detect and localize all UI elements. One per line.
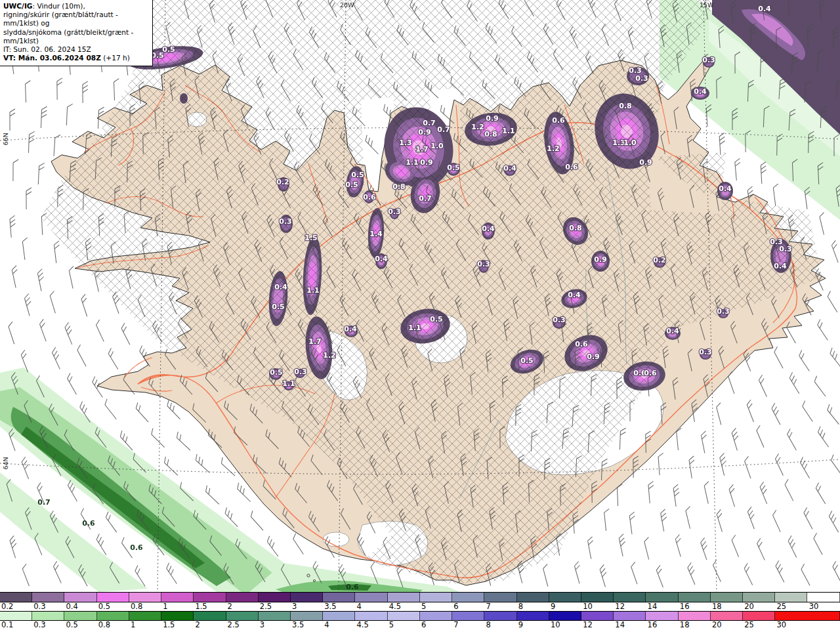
island <box>313 579 315 581</box>
sleet-scale-segment <box>484 593 516 602</box>
precip-value-label: 1.4 <box>369 230 383 238</box>
precip-value-label: 0.6 <box>565 163 578 171</box>
precip-value-label: 1.1 <box>306 286 320 295</box>
precip-value-label: 0.5 <box>345 180 358 189</box>
rain-scale-label: 0.3 <box>33 620 45 629</box>
rain-scale-segment <box>0 612 32 620</box>
rain-scale-label: 1.5 <box>163 620 175 629</box>
precip-value-label: 1.1 <box>406 158 419 167</box>
rain-scale-segment <box>484 612 516 620</box>
sleet-scale-label: 5 <box>421 602 426 611</box>
rain-scale-segment <box>679 612 711 620</box>
sleet-scale-segment <box>452 593 484 602</box>
rain-scale-segment <box>323 612 355 620</box>
precip-value-label: 0.8 <box>484 130 497 138</box>
model-name: UWC/IG <box>3 2 33 10</box>
precip-value-label: 0.5 <box>447 163 460 172</box>
precip-value-label: 0.6 <box>552 116 565 125</box>
rain-scale-segment <box>517 612 549 620</box>
precip-value-label: 1.1 <box>502 127 515 135</box>
rain-scale-segment <box>194 612 226 620</box>
precip-value-label: 0.4 <box>503 164 516 173</box>
rain-scale-segment <box>711 612 743 620</box>
sleet-scale-label: 20 <box>744 602 754 611</box>
precip-value-label: 0.5 <box>272 303 285 311</box>
precip-value-label: 0.3 <box>294 368 307 376</box>
rain-scale-label: 20 <box>712 620 722 629</box>
rain-scale-segment <box>549 612 581 620</box>
sleet-scale-label: 0.3 <box>33 602 45 611</box>
rain-scale-label: 5 <box>389 620 394 629</box>
latitude-label: 64N <box>2 457 9 469</box>
precip-value-label: 0.7 <box>419 194 432 203</box>
precip-value-label: 1.2 <box>547 144 560 153</box>
sleet-scale-label: 4 <box>357 602 362 611</box>
sleet-scale-label: 0.4 <box>66 602 77 611</box>
sleet-scale-label: 4.5 <box>389 602 401 611</box>
legend-valid-time: VT: Mán. 03.06.2024 08Z (+17 h) <box>3 54 149 62</box>
rain-scale-label: 25 <box>744 620 754 629</box>
rain-scale-segment <box>775 612 839 620</box>
sleet-scale-segment <box>32 593 64 602</box>
precip-value-label: 0.5 <box>430 315 443 324</box>
rain-scale-label: 18 <box>680 620 690 629</box>
rain-scale-label: 4 <box>324 620 329 629</box>
precip-value-label: 0.4 <box>344 325 357 333</box>
precip-value-label: 1.3 <box>399 138 412 147</box>
sleet-snow-scale-bar <box>0 593 840 602</box>
precip-value-label: 0.3 <box>779 245 792 253</box>
sleet-scale-segment <box>775 593 807 602</box>
rain-scale-label: 12 <box>583 620 593 629</box>
precip-value-label: 1.0 <box>430 142 444 150</box>
precip-value-label: 1.2 <box>471 123 484 131</box>
sleet-scale-label: 0.2 <box>1 602 13 611</box>
sleet-scale-label: 1 <box>163 602 167 611</box>
sleet-scale-segment <box>743 593 775 602</box>
sleet-scale-label: 3.5 <box>324 602 336 611</box>
rain-scale-label: 10 <box>551 620 560 629</box>
sleet-scale-label: 18 <box>712 602 722 611</box>
sleet-scale-label: 0.8 <box>131 602 142 611</box>
sleet-scale-segment <box>517 593 549 602</box>
sleet-scale-label: 14 <box>648 602 658 611</box>
sleet-scale-label: 3 <box>292 602 297 611</box>
weather-map-screen: 0.50.50.40.30.30.30.40.70.90.71.31.71.01… <box>0 0 840 630</box>
legend-init-time: IT: Sun. 02. 06. 2024 15Z <box>3 45 149 54</box>
sleet-scale-segment <box>549 593 581 602</box>
sleet-scale-label: 12 <box>615 602 625 611</box>
sleet-scale-segment <box>388 593 420 602</box>
rain-scale-segment <box>388 612 420 620</box>
sleet-scale-segment <box>97 593 129 602</box>
precip-value-label: 0.4 <box>375 255 388 263</box>
precip-value-label: 1.0 <box>623 138 637 147</box>
rain-speck <box>310 573 321 581</box>
sleet-scale-segment <box>679 593 711 602</box>
precip-value-label: 0.6 <box>575 340 588 348</box>
rain-scale-label: 6 <box>421 620 426 629</box>
color-scales: 0.20.30.40.50.811.522.533.544.5567891012… <box>0 592 840 630</box>
rain-scale-label: 2 <box>195 620 200 629</box>
rain-scale-label: 7 <box>453 620 458 629</box>
sleet-scale-segment <box>259 593 291 602</box>
rain-scale-segment <box>646 612 678 620</box>
precip-value-label: 0.4 <box>274 283 287 291</box>
latitude-label: 66N <box>2 133 9 145</box>
rain-scale-label: 0.5 <box>66 620 77 629</box>
sleet-scale-label: 6 <box>453 602 458 611</box>
sleet-scale-segment <box>194 593 226 602</box>
sleet-scale-label: 16 <box>680 602 690 611</box>
rain-scale-segment <box>129 612 161 620</box>
sleet-scale-segment <box>323 593 355 602</box>
precip-value-label: 0.3 <box>717 307 730 316</box>
sleet-scale-segment <box>291 593 323 602</box>
sleet-scale-label: 10 <box>583 602 593 611</box>
precip-value-label: 1.1 <box>282 379 295 388</box>
sleet-scale-label: 0.5 <box>98 602 110 611</box>
rain-scale-label: 16 <box>648 620 658 629</box>
rain-scale-segment <box>355 612 387 620</box>
precip-value-label: 1.5 <box>304 234 318 242</box>
sleet-scale-segment <box>581 593 614 602</box>
rain-scale-label: 3.5 <box>292 620 304 629</box>
rain-scale-label: 14 <box>615 620 625 629</box>
precip-value-label: 1.7 <box>415 145 429 154</box>
